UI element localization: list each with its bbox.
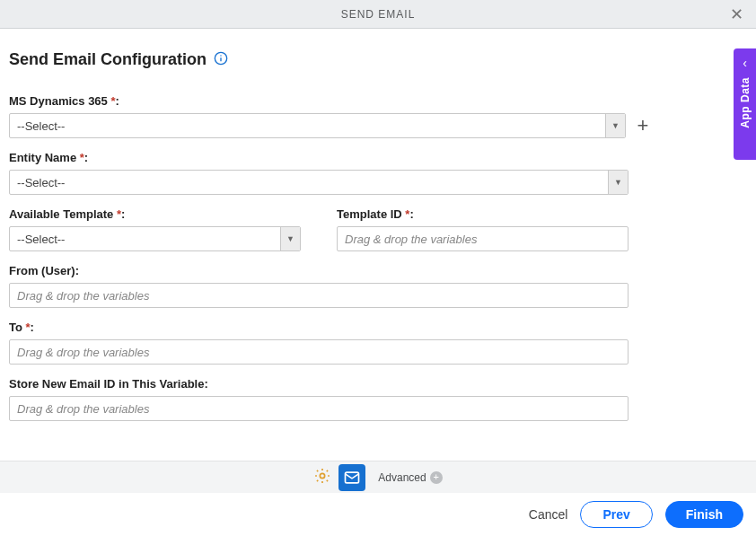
app-data-label: App Data xyxy=(739,77,752,128)
chevron-left-icon: ‹ xyxy=(743,56,747,70)
chevron-down-icon: ▼ xyxy=(605,114,625,137)
add-connection-icon[interactable]: + xyxy=(635,114,651,137)
select-entity-name-value: --Select-- xyxy=(10,176,608,189)
bottom-toolbar: Advanced + xyxy=(0,461,756,493)
select-msdynamics-value: --Select-- xyxy=(10,119,605,133)
select-msdynamics[interactable]: --Select-- ▼ xyxy=(9,113,626,138)
gear-icon[interactable] xyxy=(313,467,331,488)
label-store-variable: Store New Email ID in This Variable: xyxy=(9,377,629,391)
email-step-icon[interactable] xyxy=(338,464,365,491)
select-available-template-value: --Select-- xyxy=(10,233,280,246)
page-title: Send Email Configuration xyxy=(9,50,207,69)
input-store-variable[interactable] xyxy=(9,396,629,421)
select-entity-name[interactable]: --Select-- ▼ xyxy=(9,170,629,195)
content-area: Send Email Configuration MS Dynamics 365… xyxy=(0,29,756,421)
label-from-user: From (User): xyxy=(9,264,629,277)
chevron-down-icon: ▼ xyxy=(280,227,300,250)
app-data-tab[interactable]: ‹ App Data xyxy=(734,48,756,160)
label-to: To *: xyxy=(9,321,629,334)
field-to: To *: xyxy=(9,321,629,365)
info-icon[interactable] xyxy=(214,51,228,69)
cancel-button[interactable]: Cancel xyxy=(529,507,568,522)
field-from-user: From (User): xyxy=(9,264,629,308)
field-available-template: Available Template *: --Select-- ▼ xyxy=(9,207,301,251)
dialog-header: SEND EMAIL ✕ xyxy=(0,0,756,29)
advanced-button[interactable]: Advanced + xyxy=(378,471,442,484)
prev-button[interactable]: Prev xyxy=(580,501,652,528)
label-entity-name: Entity Name *: xyxy=(9,151,629,164)
input-to[interactable] xyxy=(9,339,629,365)
select-available-template[interactable]: --Select-- ▼ xyxy=(9,226,301,251)
finish-button[interactable]: Finish xyxy=(665,501,743,528)
label-template-id: Template ID *: xyxy=(337,207,629,221)
dialog-title: SEND EMAIL xyxy=(341,8,416,21)
field-template-id: Template ID *: xyxy=(337,207,629,251)
label-msdynamics: MS Dynamics 365 *: xyxy=(9,94,651,108)
chevron-down-icon: ▼ xyxy=(608,171,628,194)
close-icon[interactable]: ✕ xyxy=(730,4,743,24)
field-store-variable: Store New Email ID in This Variable: xyxy=(9,377,629,421)
input-from-user[interactable] xyxy=(9,283,629,308)
field-msdynamics: MS Dynamics 365 *: --Select-- ▼ + xyxy=(9,94,651,138)
svg-point-2 xyxy=(220,55,221,56)
svg-point-3 xyxy=(321,473,325,478)
footer: Cancel Prev Finish xyxy=(0,493,756,536)
plus-circle-icon: + xyxy=(430,471,443,484)
field-entity-name: Entity Name *: --Select-- ▼ xyxy=(9,151,629,195)
input-template-id[interactable] xyxy=(337,226,629,251)
label-available-template: Available Template *: xyxy=(9,207,301,221)
